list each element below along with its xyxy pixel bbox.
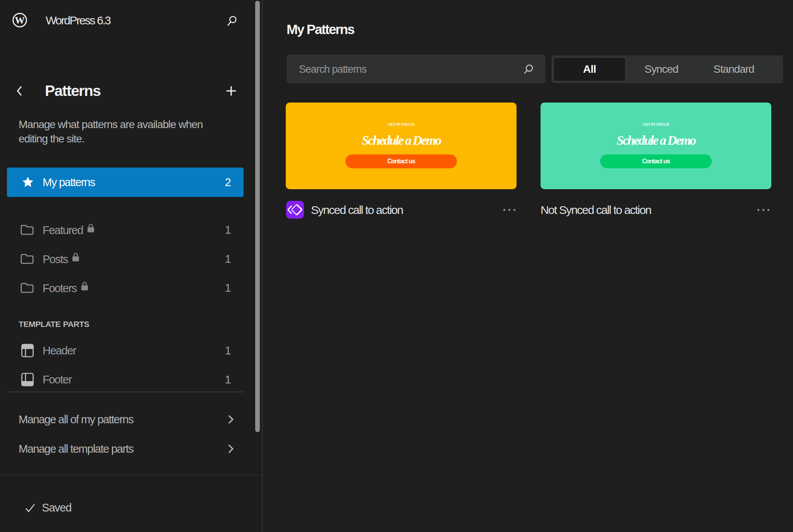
svg-text:W: W <box>15 15 25 26</box>
